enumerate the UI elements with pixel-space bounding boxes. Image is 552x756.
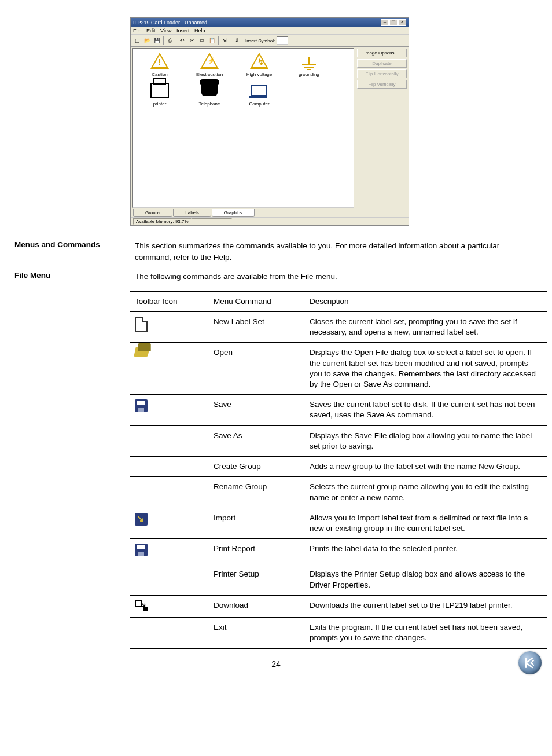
maximize-icon[interactable]: □ — [389, 19, 398, 26]
cell-command: Printer Setup — [209, 564, 305, 595]
cell-command: Download — [209, 595, 305, 617]
minimize-icon[interactable]: – — [381, 19, 389, 26]
table-row: ImportAllows you to import label text fr… — [130, 508, 547, 538]
open-folder-icon — [134, 347, 149, 357]
statusbar: Available Memory: 93.7% — [131, 217, 409, 225]
cell-command: Save — [209, 395, 305, 425]
cell-description: Downloads the current label set to the I… — [305, 595, 547, 617]
table-row: New Label SetCloses the current label se… — [130, 311, 547, 342]
heading-menus-commands: Menus and Commands — [14, 240, 135, 263]
app-screenshot: ILP219 Card Loader - Unnamed – □ × File … — [130, 17, 409, 226]
window-title: ILP219 Card Loader - Unnamed — [133, 20, 207, 25]
graphic-label: grounding — [299, 72, 319, 77]
graphic-label: Electrocution — [196, 72, 223, 77]
copy-icon[interactable]: ⧉ — [197, 36, 207, 45]
table-row: Save AsDisplays the Save File dialog box… — [130, 425, 547, 456]
tab-labels[interactable]: Labels — [173, 209, 211, 217]
cell-command: Create Group — [209, 457, 305, 477]
new-icon[interactable]: ▢ — [133, 36, 142, 45]
cell-command: Save As — [209, 425, 305, 456]
cell-description: Exits the program. If the current label … — [305, 618, 547, 648]
cell-description: Saves the current label set to disk. If … — [305, 395, 547, 425]
menu-view[interactable]: View — [160, 28, 171, 34]
graphic-label: printer — [153, 101, 167, 107]
table-row: DownloadDownloads the current label set … — [130, 595, 547, 617]
table-row: OpenDisplays the Open File dialog box to… — [130, 343, 547, 395]
graphic-telephone[interactable]: Telephone — [185, 80, 234, 107]
graphic-label: Caution — [152, 72, 168, 77]
cell-icon — [130, 618, 209, 648]
col-toolbar-icon: Toolbar Icon — [130, 291, 209, 312]
menu-insert[interactable]: Insert — [176, 28, 190, 34]
tab-groups[interactable]: Groups — [133, 209, 172, 217]
download-icon — [135, 600, 148, 610]
table-row: ExitExits the program. If the current la… — [130, 618, 547, 648]
cell-icon — [130, 311, 209, 342]
cell-description: Selects the current group name allowing … — [305, 477, 547, 508]
graphic-high-voltage[interactable]: ↯ High voltage — [234, 51, 284, 77]
paste-icon[interactable]: 📋 — [207, 36, 216, 45]
open-icon[interactable]: 📂 — [142, 36, 152, 45]
cell-description: Adds a new group to the label set with t… — [305, 457, 547, 477]
table-row: Printer SetupDisplays the Printer Setup … — [130, 564, 547, 595]
graphic-electrocution[interactable]: ⚡ Electrocution — [185, 51, 234, 77]
cell-icon — [130, 564, 209, 595]
table-row: Print ReportPrints the label data to the… — [130, 539, 547, 564]
cell-command: Print Report — [209, 539, 305, 564]
body-menus-commands: This section summarizes the commands ava… — [135, 240, 538, 263]
cell-command: Import — [209, 508, 305, 538]
cell-icon — [130, 595, 209, 617]
close-icon[interactable]: × — [398, 19, 406, 26]
table-row: Create GroupAdds a new group to the labe… — [130, 457, 547, 477]
cell-icon — [130, 343, 209, 395]
cell-description: Prints the label data to the selected pr… — [305, 539, 547, 564]
menu-edit[interactable]: Edit — [146, 28, 156, 34]
duplicate-button[interactable]: Duplicate — [357, 59, 407, 68]
save-disk-icon — [135, 399, 148, 412]
graphics-panel: ! Caution ⚡ Electrocution ↯ High voltage… — [132, 48, 354, 208]
undo-icon[interactable]: ↶ — [178, 36, 187, 45]
cut-icon[interactable]: ✂ — [187, 36, 197, 45]
flip-vertical-button[interactable]: Flip Vertically — [357, 80, 407, 89]
menu-help[interactable]: Help — [194, 28, 205, 34]
import-icon — [135, 513, 148, 526]
col-description: Description — [305, 291, 547, 312]
flip-horizontal-button[interactable]: Flip Horizontally — [357, 69, 407, 78]
save-icon[interactable]: 💾 — [152, 36, 161, 45]
cell-description: Closes the current label set, prompting … — [305, 311, 547, 342]
graphic-computer[interactable]: Computer — [234, 80, 284, 107]
new-file-icon — [135, 317, 148, 332]
menu-file[interactable]: File — [133, 28, 142, 34]
import-icon[interactable]: ⇲ — [220, 36, 229, 45]
graphic-label: High voltage — [246, 72, 272, 77]
cell-command: Open — [209, 343, 305, 395]
graphic-label: Computer — [249, 101, 269, 107]
cell-icon — [130, 425, 209, 456]
image-options-button[interactable]: Image Options.... — [357, 49, 407, 57]
tab-graphics[interactable]: Graphics — [212, 209, 255, 217]
table-row: SaveSaves the current label set to disk.… — [130, 395, 547, 425]
side-panel: Image Options.... Duplicate Flip Horizon… — [355, 47, 409, 209]
col-menu-command: Menu Command — [209, 291, 305, 312]
heading-file-menu: File Menu — [14, 271, 135, 282]
commands-table: Toolbar Icon Menu Command Description Ne… — [130, 291, 547, 649]
window-buttons: – □ × — [381, 19, 406, 26]
graphic-printer[interactable]: printer — [135, 80, 185, 107]
cell-description: Allows you to import label text from a d… — [305, 508, 547, 538]
cell-icon — [130, 477, 209, 508]
insert-symbol-combo[interactable] — [277, 36, 288, 45]
save-disk-icon — [135, 544, 148, 556]
graphic-grounding[interactable]: grounding — [284, 51, 334, 77]
toolbar: ▢ 📂 💾 ⎙ ↶ ✂ ⧉ 📋 ⇲ ⇩ Insert Symbol: — [131, 35, 409, 47]
status-memory: Available Memory: 93.7% — [133, 218, 192, 225]
cell-icon — [130, 457, 209, 477]
cell-icon — [130, 508, 209, 538]
cell-command: Rename Group — [209, 477, 305, 508]
cell-command: Exit — [209, 618, 305, 648]
cell-description: Displays the Printer Setup dialog box an… — [305, 564, 547, 595]
brand-logo-icon — [518, 651, 542, 674]
table-row: Rename GroupSelects the current group na… — [130, 477, 547, 508]
print-icon[interactable]: ⎙ — [165, 36, 174, 45]
download-icon[interactable]: ⇩ — [233, 36, 242, 45]
graphic-caution[interactable]: ! Caution — [135, 51, 185, 77]
